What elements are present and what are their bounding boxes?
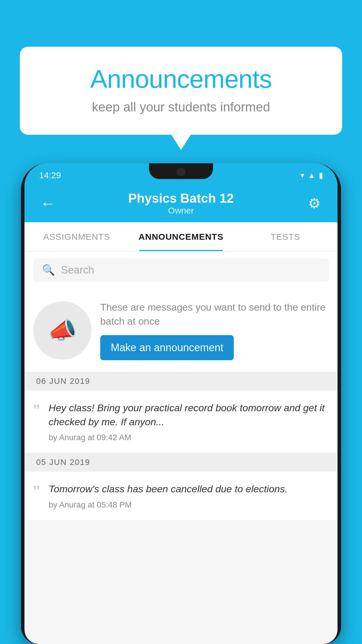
search-placeholder: Search xyxy=(61,264,94,276)
announcement-item-2[interactable]: " Tomorrow's class has been cancelled du… xyxy=(24,472,338,520)
settings-gear-icon[interactable]: ⚙ xyxy=(303,195,326,211)
app-bar-subtitle: Owner xyxy=(59,206,303,216)
tab-announcements[interactable]: ANNOUNCEMENTS xyxy=(129,222,233,251)
promo-icon-circle: 📣 xyxy=(33,301,92,360)
megaphone-icon: 📣 xyxy=(48,317,77,344)
app-bar: ← Physics Batch 12 Owner ⚙ xyxy=(24,184,338,222)
status-icons: ▾ ▲ ▮ xyxy=(301,171,323,180)
search-bar[interactable]: 🔍 Search xyxy=(33,258,329,282)
tabs-container: ASSIGNMENTS ANNOUNCEMENTS TESTS xyxy=(24,222,338,251)
promo-description: These are messages you want to send to t… xyxy=(100,300,329,328)
speech-bubble-section: Announcements keep all your students inf… xyxy=(20,47,342,135)
phone-camera xyxy=(177,168,185,176)
bubble-subtitle: keep all your students informed xyxy=(43,100,319,114)
app-bar-title-group: Physics Batch 12 Owner xyxy=(59,191,303,216)
announcement-text-2: Tomorrow's class has been cancelled due … xyxy=(49,482,329,496)
signal-icon: ▲ xyxy=(308,171,315,180)
announcement-item-1[interactable]: " Hey class! Bring your practical record… xyxy=(24,391,338,453)
date-separator-2: 05 JUN 2019 xyxy=(24,453,338,472)
announcement-meta-2: by Anurag at 05:48 PM xyxy=(49,500,329,510)
phone-frame: 14:29 ▾ ▲ ▮ ← Physics Batch 12 Owner ⚙ A… xyxy=(21,163,341,644)
phone-notch xyxy=(149,163,213,179)
speech-bubble: Announcements keep all your students inf… xyxy=(20,47,342,135)
search-bar-container: 🔍 Search xyxy=(24,251,338,289)
announcement-content-1: Hey class! Bring your practical record b… xyxy=(49,401,329,442)
bubble-title: Announcements xyxy=(43,64,319,94)
battery-icon: ▮ xyxy=(319,171,323,180)
wifi-icon: ▾ xyxy=(301,171,304,180)
tab-tests[interactable]: TESTS xyxy=(233,222,338,251)
announcement-text-1: Hey class! Bring your practical record b… xyxy=(49,401,329,429)
announcement-promo: 📣 These are messages you want to send to… xyxy=(24,289,338,372)
quote-icon-2: " xyxy=(33,483,40,500)
status-time: 14:29 xyxy=(39,170,61,180)
quote-icon-1: " xyxy=(33,402,40,419)
promo-right: These are messages you want to send to t… xyxy=(100,300,329,360)
make-announcement-button[interactable]: Make an announcement xyxy=(100,335,234,360)
date-separator-1: 06 JUN 2019 xyxy=(24,372,338,391)
phone-screen: 14:29 ▾ ▲ ▮ ← Physics Batch 12 Owner ⚙ A… xyxy=(24,163,338,644)
content-area: 🔍 Search 📣 These are messages you want t… xyxy=(24,251,338,520)
app-bar-title: Physics Batch 12 xyxy=(59,191,303,206)
tab-assignments[interactable]: ASSIGNMENTS xyxy=(24,222,129,251)
announcement-content-2: Tomorrow's class has been cancelled due … xyxy=(49,482,329,510)
search-icon: 🔍 xyxy=(42,264,55,276)
announcement-meta-1: by Anurag at 09:42 AM xyxy=(49,433,329,442)
back-button[interactable]: ← xyxy=(36,195,59,212)
